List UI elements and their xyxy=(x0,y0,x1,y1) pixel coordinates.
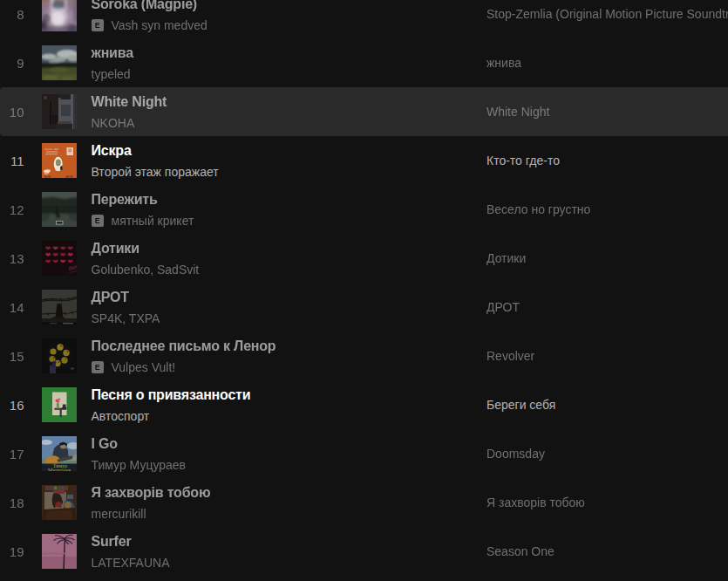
svg-text:Муцураев: Муцураев xyxy=(48,467,71,472)
svg-text:LATEXFAUNA: LATEXFAUNA xyxy=(42,551,65,556)
